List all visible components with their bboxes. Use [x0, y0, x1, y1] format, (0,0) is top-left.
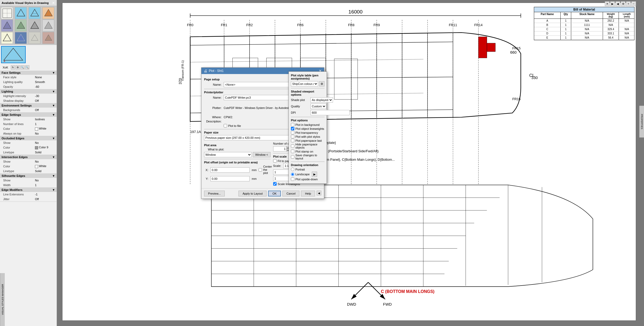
- section-silhouette-title: Silhouette Edges: [2, 174, 25, 177]
- section-edge-mod-header[interactable]: Edge Modifiers ▼: [0, 188, 57, 192]
- svg-rect-3: [16, 9, 25, 18]
- plot-transparency-check[interactable]: [291, 131, 294, 134]
- svg-text:FR6: FR6: [297, 23, 304, 27]
- copies-input[interactable]: [273, 146, 286, 151]
- fit-to-paper-check[interactable]: [273, 159, 277, 163]
- landscape-icon-btn[interactable]: ▶: [312, 172, 317, 177]
- vs-custom2[interactable]: [42, 32, 54, 44]
- prop-face-style: Face style None: [0, 75, 57, 80]
- section-intersection-icon: ▼: [52, 155, 55, 159]
- cancel-btn[interactable]: Cancel: [282, 191, 299, 196]
- upside-down-check[interactable]: [291, 177, 294, 181]
- minus-btn[interactable]: −: [631, 1, 636, 6]
- vs-gray[interactable]: [42, 20, 54, 31]
- value-occ-linetype: Solid: [35, 151, 55, 154]
- refresh-icon[interactable]: ↻: [11, 65, 15, 70]
- label-int-color: Color: [3, 165, 35, 168]
- vs-shaded[interactable]: [15, 20, 27, 31]
- bom-title: Bill of Material: [534, 7, 634, 12]
- plus-btn[interactable]: +: [626, 1, 631, 6]
- plot-to-file-check[interactable]: [224, 124, 227, 127]
- plot-pslast-check[interactable]: [291, 139, 294, 142]
- svg-text:16000: 16000: [348, 9, 362, 15]
- shade-plot-select[interactable]: As displayed: [310, 97, 333, 103]
- section-face-icon: ▼: [52, 71, 55, 74]
- prop-occ-show: Show No: [0, 140, 57, 145]
- vs-2d-wireframe[interactable]: [1, 7, 13, 19]
- vs-sketchy[interactable]: [1, 32, 13, 44]
- plot-options-label: Plot options: [291, 119, 325, 122]
- description-label-text: Description:: [204, 120, 223, 123]
- zoom-out-icon[interactable]: 🔍: [25, 65, 29, 70]
- plot-lineweights-check[interactable]: [291, 127, 294, 130]
- name-label: Name:: [204, 83, 223, 86]
- vs-custom1[interactable]: [29, 32, 40, 44]
- y-offset-row: Y: mm: [204, 176, 271, 181]
- bom-table: Bill of Material Part Name Qty Stock Nam…: [534, 7, 634, 40]
- plot-styles-check[interactable]: [291, 135, 294, 138]
- bom-c-stock: N/A: [571, 27, 603, 31]
- vs-current-large[interactable]: A: [1, 46, 26, 63]
- section-environment-header[interactable]: Environment Settings ▼: [0, 103, 57, 108]
- section-occluded-header[interactable]: Occluded Edges ▼: [0, 136, 57, 140]
- hide-ps-check[interactable]: [291, 144, 294, 148]
- value-edge-num-lines: 1: [35, 122, 55, 126]
- vs-wireframe[interactable]: [15, 7, 27, 19]
- upside-down-row: Plot upside-down: [291, 177, 325, 181]
- prop-lighting-quality: Lighting quality Smooth: [0, 80, 57, 84]
- close-right-btn[interactable]: ✕: [605, 1, 610, 6]
- section-silhouette-header[interactable]: Silhouette Edges ▼: [0, 174, 57, 178]
- value-opacity: -60: [35, 85, 55, 88]
- landscape-row: Landscape ▶: [291, 172, 325, 177]
- vs-xray[interactable]: [15, 32, 27, 44]
- plot-bg-check[interactable]: [291, 123, 294, 126]
- apply-layout-btn[interactable]: Apply to Layout: [238, 191, 267, 196]
- back-nav-btn[interactable]: ◀: [317, 191, 321, 195]
- help-btn[interactable]: Help: [301, 191, 315, 196]
- x-offset-input[interactable]: [210, 167, 250, 173]
- vs-realistic[interactable]: [42, 7, 54, 19]
- section-face-header[interactable]: Face Settings ▼: [0, 71, 57, 75]
- center-plot-check[interactable]: [259, 168, 262, 172]
- plot-lineweights-label: Plot object lineweights: [295, 127, 324, 130]
- portrait-radio[interactable]: [291, 168, 294, 171]
- nav-down-btn[interactable]: ◀: [615, 1, 620, 6]
- x-unit: mm: [252, 168, 256, 172]
- save-changes-check[interactable]: [291, 155, 294, 159]
- window-select[interactable]: Window: [204, 152, 252, 157]
- vs-shaded-edges[interactable]: [29, 20, 40, 31]
- window-btn[interactable]: Window <: [253, 152, 271, 157]
- prop-sil-show: Show No: [0, 178, 57, 183]
- ok-btn[interactable]: OK: [268, 191, 281, 196]
- quality-select[interactable]: Custom: [310, 104, 326, 109]
- plot-style-select[interactable]: ShipCon colour.ctb: [291, 81, 318, 86]
- dpi-input[interactable]: [310, 110, 350, 115]
- bom-b-partname: B: [534, 23, 561, 27]
- section-edge-header[interactable]: Edge Settings ▼: [0, 113, 57, 117]
- scale-lineweights-check[interactable]: [273, 182, 277, 186]
- visual-styles-manager-label[interactable]: VISUAL STYLES MANAGER: [0, 273, 5, 326]
- vs-hidden[interactable]: [29, 7, 40, 19]
- landscape-radio[interactable]: [291, 173, 294, 176]
- vs-conceptual[interactable]: [1, 20, 13, 31]
- dialog-title: Plot - Sht1: [209, 69, 224, 73]
- panel-close-btn[interactable]: ✕: [52, 1, 55, 5]
- plot-style-settings-btn[interactable]: ⚙: [319, 81, 325, 86]
- zoom-in-icon[interactable]: 🔍: [20, 65, 25, 70]
- settings-icon[interactable]: ⚙: [16, 65, 20, 70]
- properties-label[interactable]: PROPERTIES: [639, 106, 644, 137]
- drawing-canvas: 16000 FR0 FR1 FR2 FR6 FR8 FR9 FR11 FR14: [62, 3, 636, 321]
- shade-plot-label: Shade plot: [291, 98, 309, 102]
- nav-up-btn[interactable]: ▶: [610, 1, 615, 6]
- section-intersection-header[interactable]: Intersection Edges ▼: [0, 155, 57, 159]
- svg-rect-22: [30, 34, 39, 43]
- preview-btn[interactable]: Preview...: [204, 191, 225, 196]
- label-lighting-quality: Lighting quality: [3, 80, 35, 84]
- y-offset-input[interactable]: [210, 176, 250, 181]
- value-backgrounds: Off: [35, 108, 55, 112]
- settings-nav-btn[interactable]: ⚙: [621, 1, 625, 6]
- plot-stamp-check[interactable]: [291, 150, 294, 153]
- section-occluded: Occluded Edges ▼ Show No Color Color 9 L…: [0, 136, 57, 155]
- plot-to-file-label: Plot to file: [228, 124, 241, 127]
- section-lighting-header[interactable]: Lighting ▼: [0, 89, 57, 94]
